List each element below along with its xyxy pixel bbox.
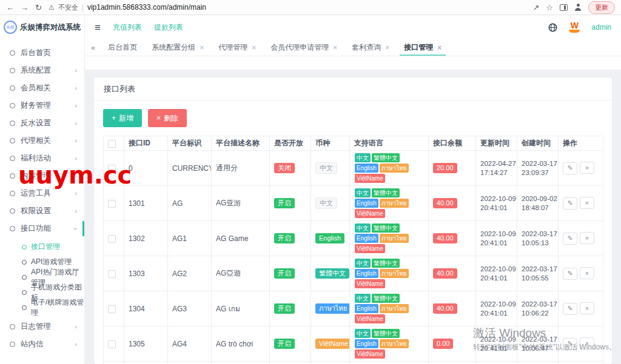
sidebar-subitem[interactable]: 接口管理 (0, 239, 84, 254)
table-row: 1302AG1AG Game开启English中文繁體中文Englishภาษา… (104, 221, 603, 256)
delete-button[interactable]: × 删除 (148, 109, 187, 127)
row-delete-button[interactable]: × (580, 232, 594, 244)
tab-active[interactable]: 接口管理× (397, 39, 448, 56)
row-checkbox[interactable] (108, 200, 116, 208)
select-all-checkbox[interactable] (108, 140, 116, 148)
cell-interface-id: 1301 (124, 186, 168, 221)
language-tag: ViệtName (355, 279, 385, 288)
sidebar-item-label: 反水设置 (21, 118, 51, 128)
date-line: 2022-10-09 (480, 335, 512, 344)
browser-update-button[interactable]: 更新 (588, 1, 615, 14)
bookmark-star-icon[interactable]: ☆ (546, 4, 553, 12)
tab-close-icon[interactable]: × (333, 44, 337, 52)
sidebar-item[interactable]: 接口功能› (0, 220, 84, 237)
row-delete-button[interactable]: × (580, 197, 594, 209)
sidebar-subitem[interactable]: 电子/棋牌游戏管理 (0, 300, 84, 315)
sidebar-item[interactable]: 运营工具› (0, 185, 84, 202)
cell-balance: 0.00 (429, 362, 476, 364)
table-row: 1306BBINBB宝盈开启中文中文繁體中文EnglishภาษาไทยViệt… (104, 362, 603, 364)
sidebar-item[interactable]: 日志管理› (0, 318, 84, 336)
nav-recharge-list[interactable]: 充值列表 (113, 22, 142, 33)
tab-item[interactable]: 系统配置分组× (145, 39, 210, 56)
tab-item[interactable]: 后台首页 (101, 39, 144, 56)
sidebar-item[interactable]: 代理相关› (0, 132, 84, 150)
hamburger-icon[interactable]: ≡ (95, 22, 101, 33)
currency-badge: English (315, 233, 344, 244)
tab-close-icon[interactable]: × (385, 44, 389, 52)
cell-status: 开启 (270, 256, 311, 291)
cell-updated: 2022-10-0920:41:01 (476, 186, 517, 221)
chevron-right-icon: › (75, 323, 77, 330)
cell-status: 开启 (270, 326, 311, 362)
row-delete-button[interactable]: × (580, 302, 594, 314)
sidebar-item[interactable]: 站内信› (0, 336, 84, 353)
row-edit-button[interactable]: ✎ (563, 162, 577, 174)
balance-badge: 20.00 (433, 163, 457, 174)
tabs-collapse-icon[interactable]: « (91, 43, 95, 52)
browser-back-icon[interactable]: ← (6, 4, 14, 12)
row-checkbox[interactable] (108, 235, 116, 243)
browser-forward-icon[interactable]: → (21, 4, 29, 12)
share-icon[interactable]: ↗ (532, 4, 539, 12)
globe-icon[interactable] (548, 23, 557, 32)
cell-platform-desc: AG Game (212, 221, 270, 256)
username[interactable]: admin (591, 23, 611, 31)
cell-currency: 中文 (311, 151, 350, 186)
sidebar-item[interactable]: 系统配置› (0, 62, 84, 79)
time-line: 10:05:13 (522, 239, 554, 248)
cell-operations: ✎× (559, 221, 603, 256)
cell-updated: 2022-10-0920:41:01 (476, 221, 517, 256)
delete-button-label: 删除 (164, 113, 178, 124)
row-edit-button[interactable]: ✎ (563, 233, 577, 245)
tab-close-icon[interactable]: × (252, 44, 256, 52)
profile-icon[interactable] (574, 4, 582, 11)
sidebar-item[interactable]: 会员相关› (0, 79, 84, 97)
cell-interface-id: 0 (124, 151, 168, 186)
table-row: 1304AG3AG เกม开启ภาษาไทย中文繁體中文Englishภาษาไ… (104, 291, 603, 326)
tab-label: 会员代理申请管理 (270, 42, 329, 53)
row-edit-button[interactable]: ✎ (563, 268, 577, 280)
language-tag: ภาษาไทย (380, 339, 409, 348)
tab-close-icon[interactable]: × (200, 44, 204, 52)
sidebar-item[interactable]: 财务管理› (0, 97, 84, 114)
avatar[interactable]: W (565, 19, 583, 35)
sidebar-item[interactable]: 福利活动› (0, 150, 84, 167)
row-checkbox[interactable] (108, 340, 116, 348)
chevron-right-icon: › (75, 67, 77, 74)
cell-languages: 中文繁體中文EnglishภาษาไทยViệtName (350, 186, 429, 221)
tab-item[interactable]: 代理管理× (212, 39, 263, 56)
page-title: 接口列表 (104, 84, 135, 94)
row-edit-button[interactable]: ✎ (563, 303, 577, 315)
sidebar-item-label: 代理相关 (21, 136, 51, 146)
tab-item[interactable]: 套利查询× (345, 39, 396, 56)
sidebar-item[interactable]: 反水设置› (0, 114, 84, 132)
sidebar-item[interactable]: 后台首页 (0, 44, 84, 62)
cell-status: 关闭 (270, 151, 311, 186)
tab-item[interactable]: 会员代理申请管理× (264, 39, 344, 56)
row-delete-button[interactable]: × (580, 162, 594, 174)
nav-withdraw-list[interactable]: 提款列表 (154, 22, 183, 33)
side-panel-icon[interactable] (560, 4, 568, 11)
cell-created: 2022-03-1710:05:13 (517, 221, 559, 256)
row-delete-button[interactable]: × (580, 267, 594, 279)
row-edit-button[interactable]: ✎ (563, 338, 577, 350)
address-bar[interactable]: ⚠ 不安全 | vip1admin.5868333.com/admin/main (49, 3, 526, 12)
row-edit-button[interactable]: ✎ (563, 197, 577, 210)
cell-currency: ภาษาไทย (311, 291, 350, 326)
cell-interface-id: 1302 (124, 221, 168, 256)
row-delete-button[interactable]: × (580, 337, 594, 349)
cell-platform-desc: AG เกม (212, 291, 270, 326)
table-body: 0CURRENCY通用分关闭中文中文繁體中文EnglishภาษาไทยViệt… (104, 151, 603, 364)
language-tag: 繁體中文 (372, 223, 400, 233)
add-button[interactable]: + 新增 (103, 109, 142, 127)
submenu-ring-icon (22, 290, 27, 295)
sidebar-item[interactable]: 权限设置› (0, 202, 84, 220)
tab-close-icon[interactable]: × (437, 44, 441, 52)
sidebar-item-label: 福利活动 (21, 153, 51, 164)
row-checkbox[interactable] (108, 305, 116, 313)
row-checkbox[interactable] (108, 165, 116, 173)
browser-reload-icon[interactable]: ↻ (35, 4, 42, 12)
sidebar-item[interactable]: 内容管理› (0, 167, 84, 185)
tab-label: 代理管理 (218, 42, 247, 53)
row-checkbox[interactable] (108, 270, 116, 278)
